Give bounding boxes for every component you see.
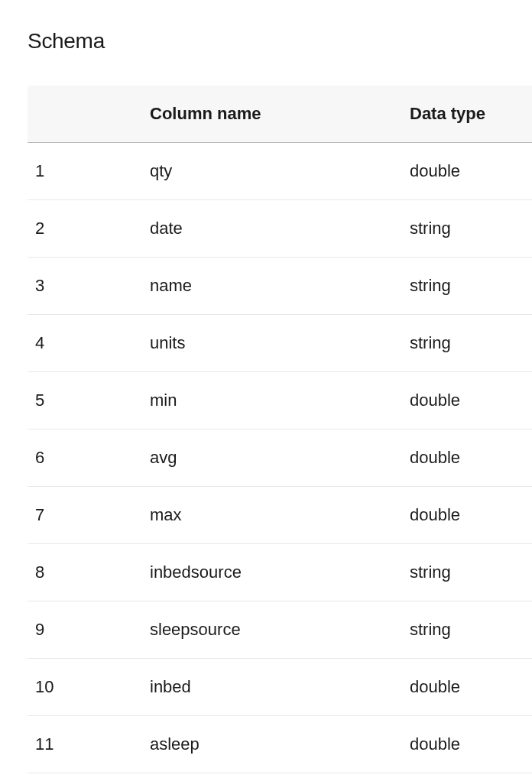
table-row: 8inbedsourcestring [28,544,532,601]
row-index: 6 [28,430,150,487]
table-row: 6avgdouble [28,430,532,487]
row-data-type: string [410,601,532,659]
row-data-type: string [410,258,532,315]
row-column-name: inbed [150,659,410,716]
table-row: 2datestring [28,200,532,258]
row-index: 1 [28,143,150,200]
row-column-name: name [150,258,410,315]
row-column-name: sleepsource [150,601,410,659]
row-column-name: qty [150,143,410,200]
table-row: 10inbeddouble [28,659,532,716]
row-data-type: double [410,659,532,716]
row-data-type: double [410,372,532,430]
row-data-type: string [410,544,532,601]
row-index: 4 [28,315,150,372]
table-header-row: Column name Data type [28,86,532,143]
row-index: 5 [28,372,150,430]
row-index: 7 [28,487,150,544]
row-column-name: inbedsource [150,544,410,601]
row-index: 9 [28,601,150,659]
page-title: Schema [28,29,532,53]
row-index: 11 [28,716,150,773]
header-index [28,86,150,143]
table-row: 7maxdouble [28,487,532,544]
table-row: 11asleepdouble [28,716,532,773]
row-index: 10 [28,659,150,716]
row-column-name: date [150,200,410,258]
header-data-type: Data type [410,86,532,143]
row-data-type: double [410,487,532,544]
table-row: 1qtydouble [28,143,532,200]
row-data-type: double [410,716,532,773]
row-data-type: double [410,430,532,487]
row-data-type: double [410,143,532,200]
row-index: 2 [28,200,150,258]
header-column-name: Column name [150,86,410,143]
table-row: 9sleepsourcestring [28,601,532,659]
row-column-name: units [150,315,410,372]
row-index: 8 [28,544,150,601]
table-row: 3namestring [28,258,532,315]
table-row: 5mindouble [28,372,532,430]
row-column-name: min [150,372,410,430]
table-row: 4unitsstring [28,315,532,372]
row-column-name: avg [150,430,410,487]
row-data-type: string [410,200,532,258]
row-index: 3 [28,258,150,315]
schema-container: Schema Column name Data type 1qtydouble2… [0,0,532,773]
schema-table: Column name Data type 1qtydouble2datestr… [28,86,532,773]
row-column-name: max [150,487,410,544]
row-column-name: asleep [150,716,410,773]
row-data-type: string [410,315,532,372]
